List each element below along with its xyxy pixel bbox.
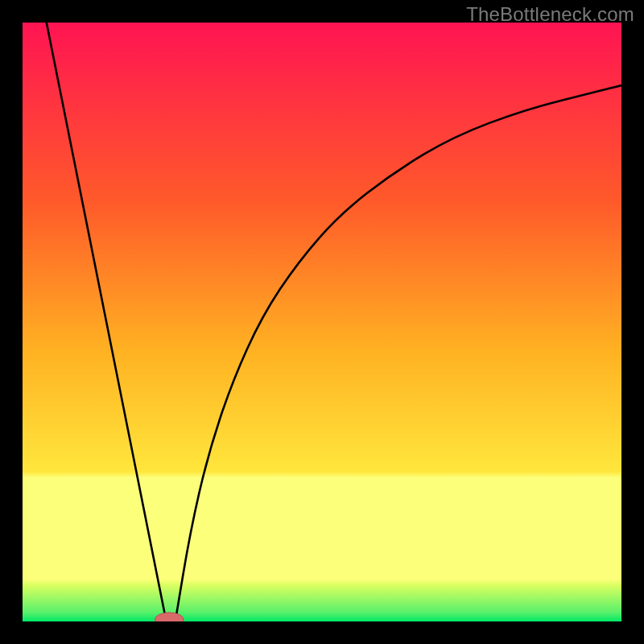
bottleneck-chart [23,23,621,621]
gradient-background [23,23,621,621]
outer-frame: TheBottleneck.com [0,0,644,644]
watermark-text: TheBottleneck.com [466,3,634,26]
